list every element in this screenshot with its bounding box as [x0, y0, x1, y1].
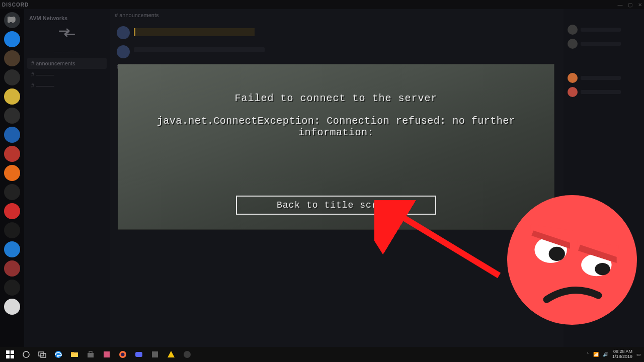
svg-rect-18 [89, 351, 92, 353]
file-explorer-icon[interactable] [67, 349, 82, 360]
back-to-title-button[interactable]: Back to title screen [236, 196, 436, 215]
angry-emoji-icon [506, 194, 638, 326]
error-message: java.net.ConnectException: Connection re… [118, 115, 554, 138]
chat-message [110, 23, 564, 42]
avatar[interactable] [117, 26, 130, 39]
server-item[interactable] [4, 222, 20, 238]
server-item[interactable] [4, 88, 20, 105]
message-embed-bar [134, 28, 255, 36]
chat-message [110, 42, 564, 61]
tray-chevron-icon[interactable]: ˄ [587, 352, 589, 357]
svg-marker-24 [168, 351, 175, 357]
discord-taskbar-icon[interactable] [132, 349, 146, 360]
message-line [134, 47, 265, 52]
channel-header: # announcements [110, 9, 564, 23]
window-controls: — ▢ ✕ [613, 2, 642, 8]
taskbar-clock[interactable]: 08:28 AM 1/18/2019 [612, 349, 632, 359]
cortana-icon[interactable] [19, 349, 33, 360]
firefox-icon[interactable] [116, 349, 130, 360]
window-titlebar: DISCORD — ▢ ✕ [0, 0, 644, 9]
server-item[interactable] [4, 146, 20, 162]
svg-rect-7 [6, 350, 10, 354]
member-item[interactable] [568, 87, 640, 97]
svg-rect-16 [71, 352, 74, 353]
notification-center-icon[interactable]: ▭ [636, 352, 641, 357]
swap-arrows-icon [27, 26, 107, 39]
channel-list: AVM Networks ––– ––– ––– –––––– ––– ––– … [24, 9, 110, 347]
server-item[interactable] [4, 108, 20, 124]
discord-app: Streamer Mode is enabled. Stay safe, fri… [0, 9, 644, 347]
boost-text: ––– ––– ––– –––––– ––– ––– [27, 43, 107, 55]
channel-selected[interactable]: # announcements [27, 58, 107, 69]
guild-name[interactable]: AVM Networks [29, 15, 107, 21]
app-icon[interactable] [100, 349, 114, 360]
channel-item[interactable]: # –––––– [27, 69, 107, 80]
svg-point-4 [549, 247, 565, 261]
svg-rect-19 [104, 351, 110, 357]
svg-point-21 [121, 353, 125, 356]
channel-item[interactable]: # –––––– [27, 80, 107, 91]
svg-rect-23 [152, 351, 158, 357]
store-icon[interactable] [84, 349, 98, 360]
app-icon[interactable] [180, 349, 194, 360]
maximize-icon[interactable]: ▢ [628, 2, 632, 8]
start-button[interactable] [3, 349, 17, 360]
svg-point-11 [23, 351, 29, 357]
chat-area: # announcements Open original Failed to … [110, 9, 564, 347]
svg-rect-12 [39, 352, 44, 356]
server-item[interactable] [4, 184, 20, 200]
close-icon[interactable]: ✕ [638, 2, 642, 8]
member-item[interactable] [568, 39, 640, 49]
server-item[interactable] [4, 280, 20, 296]
svg-rect-13 [41, 353, 46, 357]
server-item[interactable] [4, 203, 20, 219]
server-item[interactable] [4, 165, 20, 181]
server-item[interactable] [4, 127, 20, 143]
svg-rect-8 [11, 350, 14, 354]
svg-point-6 [595, 263, 610, 275]
server-item[interactable] [4, 260, 20, 277]
tray-volume-icon[interactable]: 🔊 [603, 352, 608, 357]
warning-icon[interactable] [164, 349, 178, 360]
server-item[interactable] [4, 50, 20, 66]
member-item[interactable] [568, 25, 640, 35]
svg-point-25 [184, 351, 191, 358]
server-item[interactable] [4, 241, 20, 257]
member-item[interactable] [568, 73, 640, 83]
server-list [0, 9, 24, 347]
tray-network-icon[interactable]: 📶 [593, 352, 599, 357]
avatar[interactable] [117, 45, 130, 58]
app-name: DISCORD [2, 2, 29, 8]
discord-home-icon[interactable] [4, 12, 20, 28]
edge-icon[interactable] [51, 349, 65, 360]
server-item[interactable] [4, 299, 20, 315]
windows-taskbar: ˄ 📶 🔊 08:28 AM 1/18/2019 ▭ [0, 347, 644, 362]
svg-rect-22 [135, 352, 142, 357]
minimize-icon[interactable]: — [617, 2, 622, 8]
server-item[interactable] [4, 69, 20, 85]
task-view-icon[interactable] [35, 349, 49, 360]
svg-rect-10 [11, 355, 14, 358]
error-title: Failed to connect to the server [118, 93, 554, 104]
minecraft-error-screen: Failed to connect to the server java.net… [118, 64, 554, 229]
server-item[interactable] [4, 31, 20, 47]
app-icon[interactable] [148, 349, 162, 360]
svg-rect-9 [6, 355, 10, 358]
